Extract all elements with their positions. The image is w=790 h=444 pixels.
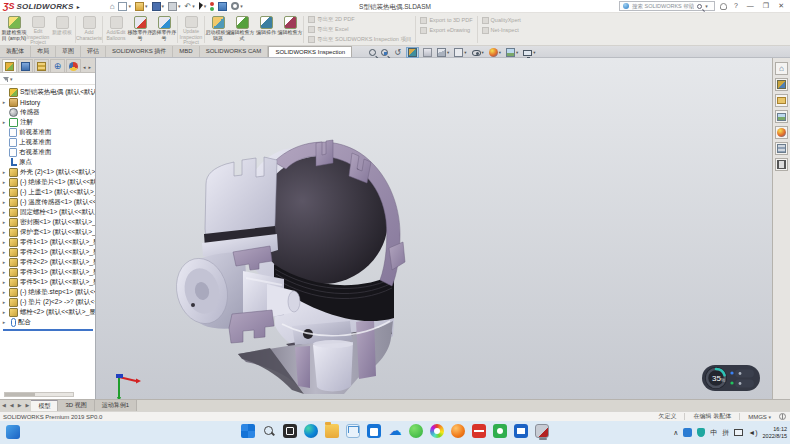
search-input[interactable]: 搜索 SOLIDWORKS 帮助 ▾ (619, 1, 715, 11)
tree-item-shell[interactable]: ▸外壳 (2)<1> (默认<<默认>_显示状 (1, 167, 95, 177)
task-view-icon[interactable] (283, 424, 297, 438)
tab-dimxpertmanager[interactable]: ⊕ (50, 59, 65, 72)
tab-motion-study[interactable]: 运动算例1 (95, 400, 137, 411)
tree-filter-row[interactable]: ▾ (0, 73, 95, 85)
tree-item-part5[interactable]: ▸零件5<1> (默认<<默认>_显示状态 (1, 277, 95, 287)
pane-scroll-left-icon[interactable]: ◂ (83, 64, 86, 70)
tab-configurationmanager[interactable] (34, 59, 49, 72)
launch-template-editor-button[interactable]: 启动模板编辑器 (206, 14, 230, 45)
onedrive-icon[interactable]: ☁ (388, 424, 402, 438)
tab-evaluate[interactable]: 评估 (81, 46, 106, 57)
tree-horizontal-scrollbar[interactable] (4, 392, 74, 397)
dropdown-icon[interactable]: ▾ (533, 50, 535, 55)
tree-item-top-cover[interactable]: ▸(-) 上盖<1> (默认<<默认>_显示状 (1, 187, 95, 197)
edit-operation-button[interactable]: 编辑操作 (254, 14, 278, 45)
units-selector[interactable]: MMGS ▾ (748, 414, 771, 420)
tab-featuremanager-tree[interactable] (2, 59, 17, 72)
tree-item-top-plane[interactable]: 上视基准面 (1, 137, 95, 147)
save-button[interactable]: ▾ (152, 2, 165, 11)
tree-root-assembly[interactable]: S型铠装热电偶 (默认<默认_显示状态-1> (1, 87, 95, 97)
user-account-icon[interactable] (720, 3, 727, 10)
dynamic-annotation-button[interactable] (422, 47, 433, 58)
tree-item-history[interactable]: ▸History (1, 97, 95, 107)
tab-scroll-prev-icon[interactable]: ◀ (8, 400, 16, 411)
start-icon[interactable] (241, 424, 255, 438)
forum-icon[interactable] (775, 158, 788, 171)
dropdown-icon[interactable]: ▾ (705, 3, 708, 9)
tab-mbd[interactable]: MBD (173, 46, 199, 57)
custom-properties-icon[interactable] (775, 142, 788, 155)
tree-item-part2-2[interactable]: ▸零件2<2> (默认<<默认>_显示状态 (1, 257, 95, 267)
scrollbar-thumb[interactable] (5, 393, 35, 396)
tree-item-fixing-bolt[interactable]: ▸固定螺栓<1> (默认<<默认>_显示 (1, 207, 95, 217)
green-app-icon[interactable] (409, 424, 423, 438)
tree-item-gasket-2[interactable]: ▸(-) 垫片 (2)<2> ->? (默认<<默认 (1, 297, 95, 307)
pane-scroll-right-icon[interactable]: ▸ (89, 64, 92, 70)
tab-scroll-first-icon[interactable]: ◀ (0, 400, 8, 411)
dropdown-icon[interactable]: ▾ (516, 50, 518, 55)
apply-scene-button[interactable]: ▾ (505, 47, 519, 58)
tree-item-part2-1[interactable]: ▸零件2<1> (默认<<默认>_显示状态 (1, 247, 95, 257)
previous-view-button[interactable]: ↺ (392, 47, 403, 58)
hide-show-items-button[interactable]: ▾ (471, 47, 485, 58)
open-button[interactable]: ▾ (135, 2, 148, 11)
file-explorer-taskbar-icon[interactable] (325, 424, 339, 438)
undo-button[interactable]: ↶▾ (185, 2, 195, 11)
dropdown-icon[interactable]: ▾ (204, 3, 207, 9)
dropdown-icon[interactable]: ▾ (499, 50, 501, 55)
tree-item-front-plane[interactable]: 前视基准面 (1, 127, 95, 137)
tab-sketch[interactable]: 草图 (56, 46, 81, 57)
model-viewport-3d[interactable] (146, 128, 406, 398)
dropdown-icon[interactable]: ▾ (464, 50, 466, 55)
volume-icon[interactable]: ◄) (748, 429, 757, 436)
print-button[interactable]: ▾ (168, 2, 181, 11)
help-button[interactable]: ? (732, 0, 740, 12)
dropdown-icon[interactable]: ▾ (162, 3, 165, 9)
screen-recorder-widget[interactable]: 35 % (702, 364, 760, 392)
tab-displaymanager[interactable] (66, 59, 81, 72)
view-palette-icon[interactable] (775, 110, 788, 123)
tree-item-part1[interactable]: ▸零件1<1> (默认<<默认>_显示状态 (1, 237, 95, 247)
logo-caret-icon[interactable]: ▸ (77, 3, 80, 10)
tab-addins[interactable]: SOLIDWORKS 插件 (106, 46, 173, 57)
edit-inspection-method-button[interactable]: 编辑检查方式 (230, 14, 254, 45)
edge-browser-icon[interactable] (304, 424, 318, 438)
mail-icon[interactable] (346, 424, 360, 438)
globe-icon[interactable] (779, 413, 786, 420)
zoom-to-area-button[interactable] (380, 47, 389, 58)
tree-item-bolt-2[interactable]: ▸螺栓<2> (默认<<默认>_显示状态 (1, 307, 95, 317)
restore-button[interactable]: ❐ (761, 0, 771, 12)
tab-3d-views[interactable]: 3D 视图 (58, 400, 94, 411)
display-style-button[interactable]: ▾ (453, 47, 467, 58)
dropdown-icon[interactable]: ▾ (240, 3, 243, 9)
edit-inspection-button[interactable]: 编辑检查方 (278, 14, 302, 45)
tab-model[interactable]: 模型 (31, 400, 58, 411)
zoom-to-fit-button[interactable] (368, 47, 377, 58)
tree-item-sensors[interactable]: 传感器 (1, 107, 95, 117)
remove-balloon-button[interactable]: 移除零件序号 (128, 14, 152, 45)
graphics-viewport[interactable]: 35 % (96, 58, 772, 399)
view-orientation-button[interactable]: ▾ (436, 47, 450, 58)
section-view-button[interactable] (406, 47, 419, 58)
word-app-icon[interactable] (514, 424, 528, 438)
new-document-button[interactable]: ▾ (118, 2, 131, 11)
recorder-button-top[interactable] (735, 370, 754, 378)
appearances-icon[interactable] (775, 126, 788, 139)
file-properties-button[interactable] (218, 2, 227, 11)
tree-item-part3[interactable]: ▸零件3<1> (默认<<默认>_显示状态 (1, 267, 95, 277)
tray-shield-icon[interactable] (697, 428, 705, 437)
tree-item-annotations[interactable]: ▸注解 (1, 117, 95, 127)
dropdown-icon[interactable]: ▾ (768, 414, 771, 420)
tab-assembly[interactable]: 装配体 (0, 46, 31, 57)
solidworks-taskbar-icon[interactable] (535, 424, 549, 438)
clock[interactable]: 16:12 2022/8/15 (763, 426, 787, 439)
ime-mode-indicator[interactable]: 拼 (722, 428, 729, 438)
recorder-button-bottom[interactable] (735, 380, 754, 388)
rebuild-button[interactable] (210, 2, 214, 11)
select-balloon-button[interactable]: 选择零件序号 (152, 14, 176, 45)
dropdown-icon[interactable]: ▾ (447, 50, 449, 55)
tab-solidworks-cam[interactable]: SOLIDWORKS CAM (200, 46, 269, 57)
tree-item-seal-ring[interactable]: ▸密封圈<1> (默认<<默认>_显示状 (1, 217, 95, 227)
orange-app-icon[interactable] (451, 424, 465, 438)
browser-360-icon[interactable] (430, 424, 444, 438)
